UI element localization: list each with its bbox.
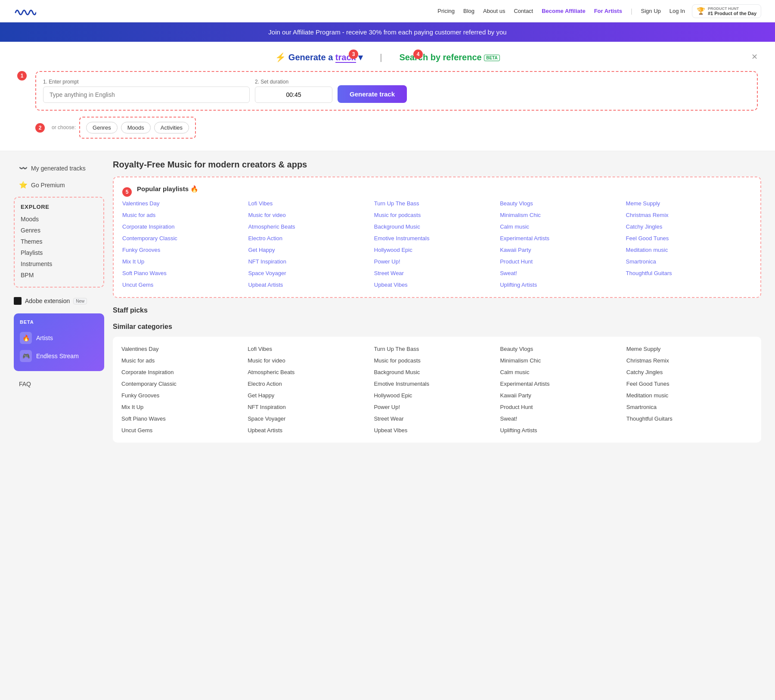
playlist-link[interactable]: Beauty Vlogs <box>500 199 626 208</box>
category-link[interactable]: Feel Good Tunes <box>626 379 753 388</box>
sidebar-beta-artists[interactable]: 🔥 Artists <box>20 329 98 347</box>
playlist-link[interactable]: Mix It Up <box>122 257 248 266</box>
sidebar-generated-tracks[interactable]: 〰️ My generated tracks <box>14 160 104 177</box>
nav-signup[interactable]: Sign Up <box>641 8 661 14</box>
category-link[interactable]: Meme Supply <box>626 344 753 353</box>
duration-input[interactable] <box>255 87 332 103</box>
playlist-link[interactable]: Emotive Instrumentals <box>374 234 500 243</box>
category-link[interactable]: NFT Inspiration <box>248 403 374 412</box>
category-link[interactable]: Christmas Remix <box>626 356 753 365</box>
sidebar-item-playlists[interactable]: Playlists <box>21 247 97 258</box>
playlist-link[interactable]: Power Up! <box>374 257 500 266</box>
category-link[interactable]: Funky Grooves <box>121 391 248 400</box>
nav-login[interactable]: Log In <box>670 8 685 14</box>
moods-button[interactable]: Moods <box>121 122 151 133</box>
category-link[interactable]: Upbeat Vibes <box>374 426 500 435</box>
nav-pricing[interactable]: Pricing <box>437 8 455 14</box>
category-link[interactable]: Calm music <box>500 368 626 377</box>
category-link[interactable]: Lofi Vibes <box>248 344 374 353</box>
category-link[interactable]: Atmospheric Beats <box>248 368 374 377</box>
playlist-link[interactable]: NFT Inspiration <box>248 257 374 266</box>
category-link[interactable]: Catchy Jingles <box>626 368 753 377</box>
sidebar-item-bpm[interactable]: BPM <box>21 269 97 281</box>
playlist-link[interactable]: Calm music <box>500 222 626 231</box>
category-link[interactable]: Music for video <box>248 356 374 365</box>
playlist-link[interactable]: Product Hunt <box>500 257 626 266</box>
logo[interactable] <box>14 5 36 17</box>
nav-about[interactable]: About us <box>483 8 505 14</box>
product-hunt-badge[interactable]: 🏆 PRODUCT HUNT #1 Product of the Day <box>692 4 761 18</box>
category-link[interactable]: Sweat! <box>500 414 626 423</box>
category-link[interactable]: Electro Action <box>248 379 374 388</box>
playlist-link[interactable]: Funky Grooves <box>122 245 248 254</box>
category-link[interactable]: Emotive Instrumentals <box>374 379 500 388</box>
playlist-link[interactable]: Smartronica <box>626 257 752 266</box>
category-link[interactable]: Get Happy <box>248 391 374 400</box>
playlist-link[interactable]: Valentines Day <box>122 199 248 208</box>
playlist-link[interactable]: Sweat! <box>500 269 626 278</box>
sidebar-faq[interactable]: FAQ <box>14 375 104 393</box>
category-link[interactable]: Power Up! <box>374 403 500 412</box>
playlist-link[interactable]: Contemporary Classic <box>122 234 248 243</box>
category-link[interactable]: Music for podcasts <box>374 356 500 365</box>
category-link[interactable]: Thoughtful Guitars <box>626 414 753 423</box>
playlist-link[interactable]: Lofi Vibes <box>248 199 374 208</box>
nav-contact[interactable]: Contact <box>514 8 533 14</box>
adobe-extension[interactable]: Adobe extension New <box>14 294 104 308</box>
playlist-link[interactable]: Meme Supply <box>626 199 752 208</box>
playlist-link[interactable]: Feel Good Tunes <box>626 234 752 243</box>
playlist-link[interactable]: Soft Piano Waves <box>122 269 248 278</box>
playlist-link[interactable]: Kawaii Party <box>500 245 626 254</box>
prompt-input[interactable] <box>43 87 250 103</box>
category-link[interactable]: Kawaii Party <box>500 391 626 400</box>
affiliate-banner[interactable]: Join our Affiliate Program - receive 30%… <box>0 22 775 42</box>
category-link[interactable]: Hollywood Epic <box>374 391 500 400</box>
category-link[interactable]: Turn Up The Bass <box>374 344 500 353</box>
category-link[interactable]: Experimental Artists <box>500 379 626 388</box>
playlist-link[interactable]: Upbeat Artists <box>248 280 374 289</box>
category-link[interactable]: Product Hunt <box>500 403 626 412</box>
category-link[interactable]: Contemporary Classic <box>121 379 248 388</box>
playlist-link[interactable]: Turn Up The Bass <box>374 199 500 208</box>
category-link[interactable]: Corporate Inspiration <box>121 368 248 377</box>
category-link[interactable]: Upbeat Artists <box>248 426 374 435</box>
playlist-link[interactable]: Music for podcasts <box>374 211 500 220</box>
category-link[interactable]: Valentines Day <box>121 344 248 353</box>
nav-affiliate[interactable]: Become Affiliate <box>542 8 585 14</box>
sidebar-item-themes[interactable]: Themes <box>21 236 97 247</box>
category-link[interactable]: Beauty Vlogs <box>500 344 626 353</box>
sidebar-beta-endless-stream[interactable]: 🎮 Endless Stream <box>20 347 98 365</box>
category-link[interactable]: Uncut Gems <box>121 426 248 435</box>
close-button[interactable]: ✕ <box>751 52 758 62</box>
playlist-link[interactable]: Experimental Artists <box>500 234 626 243</box>
activities-button[interactable]: Activities <box>154 122 189 133</box>
category-link[interactable]: Soft Piano Waves <box>121 414 248 423</box>
category-link[interactable]: Street Wear <box>374 414 500 423</box>
playlist-link[interactable]: Thoughtful Guitars <box>626 269 752 278</box>
category-link[interactable]: Smartronica <box>626 403 753 412</box>
playlist-link[interactable]: Uncut Gems <box>122 280 248 289</box>
playlist-link[interactable]: Christmas Remix <box>626 211 752 220</box>
sidebar-item-genres[interactable]: Genres <box>21 225 97 236</box>
playlist-link[interactable]: Corporate Inspiration <box>122 222 248 231</box>
playlist-link[interactable]: Atmospheric Beats <box>248 222 374 231</box>
category-link[interactable]: Uplifting Artists <box>500 426 626 435</box>
playlist-link[interactable]: Background Music <box>374 222 500 231</box>
generate-track-button[interactable]: Generate track <box>338 85 407 103</box>
nav-artists[interactable]: For Artists <box>594 8 622 14</box>
playlist-link[interactable]: Catchy Jingles <box>626 222 752 231</box>
category-link[interactable]: Meditation music <box>626 391 753 400</box>
sidebar-item-instruments[interactable]: Instruments <box>21 258 97 269</box>
playlist-link[interactable]: Uplifting Artists <box>500 280 626 289</box>
playlist-link[interactable]: Electro Action <box>248 234 374 243</box>
playlist-link[interactable]: Get Happy <box>248 245 374 254</box>
category-link[interactable]: Mix It Up <box>121 403 248 412</box>
category-link[interactable]: Minimalism Chic <box>500 356 626 365</box>
nav-blog[interactable]: Blog <box>463 8 474 14</box>
category-link[interactable]: Music for ads <box>121 356 248 365</box>
category-link[interactable]: Background Music <box>374 368 500 377</box>
sidebar-item-moods[interactable]: Moods <box>21 214 97 225</box>
playlist-link[interactable]: Meditation music <box>626 245 752 254</box>
sidebar-go-premium[interactable]: ⭐ Go Premium <box>14 177 104 193</box>
category-link[interactable]: Space Voyager <box>248 414 374 423</box>
